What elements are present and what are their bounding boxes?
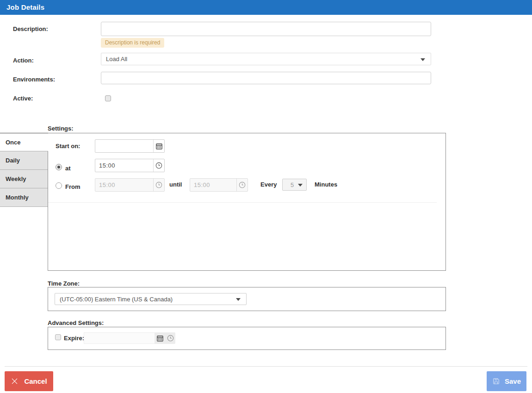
at-clock-button[interactable]	[153, 159, 164, 172]
every-label: Every	[260, 181, 277, 188]
time-zone-select[interactable]: (UTC-05:00) Eastern Time (US & Canada)	[55, 293, 247, 305]
description-error-message: Description is required	[101, 38, 164, 48]
chevron-down-icon	[421, 58, 425, 61]
action-select-value: Load All	[106, 56, 127, 62]
dialog-titlebar: Job Details	[0, 0, 532, 15]
job-details-dialog: Job Details Description: Description is …	[0, 0, 532, 393]
environments-label: Environments:	[13, 76, 55, 83]
clock-icon	[155, 181, 162, 188]
expire-checkbox[interactable]	[55, 334, 61, 340]
time-zone-value: (UTC-05:00) Eastern Time (US & Canada)	[60, 296, 173, 303]
calendar-icon	[157, 335, 163, 342]
advanced-settings-label: Advanced Settings:	[48, 319, 104, 326]
environments-input[interactable]	[101, 72, 431, 84]
calendar-picker-button[interactable]	[153, 140, 164, 152]
at-label: at	[65, 165, 71, 172]
at-time-input[interactable]	[95, 159, 153, 172]
start-on-field	[95, 139, 165, 153]
from-time-field	[95, 178, 165, 192]
clock-icon	[155, 162, 162, 169]
clock-icon	[239, 181, 246, 188]
at-radio[interactable]	[56, 164, 62, 170]
tab-once[interactable]: Once	[0, 133, 48, 151]
action-label: Action:	[13, 57, 34, 64]
every-minutes-select[interactable]: 5	[282, 179, 307, 191]
from-time-input[interactable]	[95, 179, 153, 191]
until-label: until	[169, 181, 182, 188]
cancel-button[interactable]: Cancel	[5, 371, 53, 391]
chevron-down-icon	[298, 184, 303, 187]
panel-divider	[48, 202, 437, 203]
floppy-disk-icon	[492, 377, 500, 385]
start-on-input[interactable]	[95, 140, 153, 152]
time-zone-label: Time Zone:	[48, 280, 80, 287]
expire-date-input[interactable]	[84, 332, 155, 344]
settings-label: Settings:	[48, 125, 74, 132]
until-time-input[interactable]	[190, 179, 236, 191]
expire-field	[84, 332, 175, 344]
description-input[interactable]	[101, 22, 431, 36]
footer-divider	[5, 366, 527, 367]
until-time-field	[190, 178, 248, 192]
save-button-label: Save	[505, 377, 521, 385]
save-button[interactable]: Save	[487, 371, 526, 391]
active-checkbox[interactable]	[105, 95, 111, 101]
minutes-label: Minutes	[315, 181, 337, 188]
expire-clock-button[interactable]	[165, 332, 175, 344]
clock-icon	[167, 335, 174, 342]
start-on-label: Start on:	[56, 143, 80, 150]
expire-label: Expire:	[64, 335, 84, 342]
chevron-down-icon	[236, 298, 241, 301]
from-clock-button[interactable]	[153, 179, 164, 191]
expire-calendar-button[interactable]	[155, 332, 165, 344]
calendar-icon	[156, 143, 162, 150]
cancel-button-label: Cancel	[24, 377, 47, 385]
close-icon	[11, 377, 19, 385]
tab-monthly[interactable]: Monthly	[0, 188, 48, 207]
settings-panel	[48, 133, 446, 271]
active-label: Active:	[13, 95, 33, 102]
tab-weekly[interactable]: Weekly	[0, 170, 48, 188]
from-label: From	[65, 183, 80, 190]
until-clock-button[interactable]	[236, 179, 247, 191]
every-minutes-value: 5	[291, 181, 294, 188]
at-time-field	[95, 159, 165, 172]
from-radio[interactable]	[56, 182, 62, 189]
action-select[interactable]: Load All	[101, 53, 431, 65]
description-label: Description:	[13, 25, 48, 32]
page-title: Job Details	[6, 3, 44, 11]
tab-daily[interactable]: Daily	[0, 151, 48, 170]
